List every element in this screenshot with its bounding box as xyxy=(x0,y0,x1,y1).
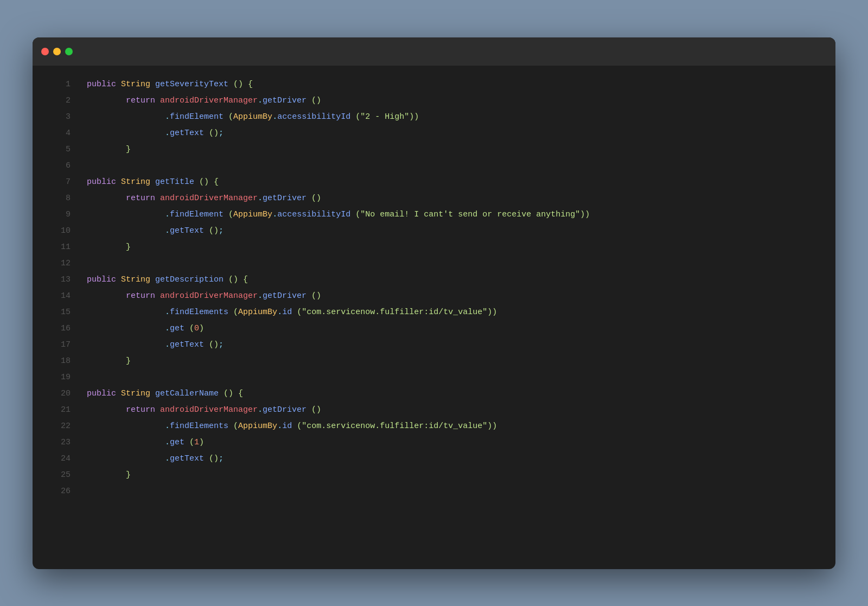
token-semi: ; xyxy=(219,454,224,463)
line-number: 10 xyxy=(43,223,71,239)
token-paren: ( xyxy=(355,112,360,122)
token-plain xyxy=(87,243,126,252)
token-plain xyxy=(204,454,209,463)
titlebar xyxy=(33,37,835,66)
token-paren: () xyxy=(209,226,219,235)
line-content: } xyxy=(87,353,131,369)
token-method: id xyxy=(282,422,292,431)
token-paren: () xyxy=(311,291,321,301)
token-plain xyxy=(204,340,209,349)
line-number: 6 xyxy=(43,158,71,174)
token-plain xyxy=(224,112,228,122)
code-line: 12 xyxy=(33,256,835,272)
token-method: getDriver xyxy=(263,194,307,203)
token-brace: { xyxy=(214,177,219,187)
line-number: 3 xyxy=(43,109,71,125)
token-dot: . xyxy=(165,210,170,219)
token-paren: ) xyxy=(199,438,204,447)
code-line: 21 return androidDriverManager.getDriver… xyxy=(33,402,835,418)
line-content: .findElements (AppiumBy.id ("com.service… xyxy=(87,418,497,435)
token-plain xyxy=(87,112,165,122)
line-content: .get (1) xyxy=(87,435,204,451)
token-num: 0 xyxy=(194,324,199,333)
line-number: 1 xyxy=(43,76,71,93)
line-content: .getText (); xyxy=(87,223,224,239)
token-dot: . xyxy=(165,340,170,349)
token-type: String xyxy=(121,80,155,89)
token-paren: )) xyxy=(487,422,497,431)
token-method: findElements xyxy=(170,422,228,431)
code-line: 24 .getText (); xyxy=(33,451,835,467)
token-paren: )) xyxy=(487,308,497,317)
token-brace: } xyxy=(126,243,131,252)
token-type: String xyxy=(121,275,155,284)
token-plain xyxy=(87,324,165,333)
line-content: public String getCallerName () { xyxy=(87,386,243,402)
code-line: 18 } xyxy=(33,353,835,369)
token-paren: ) xyxy=(199,324,204,333)
token-plain xyxy=(350,112,355,122)
token-plain xyxy=(224,275,228,284)
token-method: accessibilityId xyxy=(277,112,350,122)
token-paren: ( xyxy=(233,308,238,317)
token-plain xyxy=(87,308,165,317)
line-content: .getText (); xyxy=(87,337,224,353)
token-kw: return xyxy=(126,194,160,203)
token-kw: public xyxy=(87,177,121,187)
token-semi: ; xyxy=(219,340,224,349)
code-line: 14 return androidDriverManager.getDriver… xyxy=(33,288,835,304)
line-number: 5 xyxy=(43,142,71,158)
line-content: public String getSeverityText () { xyxy=(87,76,253,93)
token-string: "com.servicenow.fulfiller:id/tv_value" xyxy=(302,308,487,317)
token-method: getText xyxy=(170,129,204,138)
token-dot: . xyxy=(165,226,170,235)
code-line: 6 xyxy=(33,158,835,174)
token-paren: ( xyxy=(233,422,238,431)
token-fn: getCallerName xyxy=(155,389,219,398)
token-plain xyxy=(307,291,311,301)
token-plain xyxy=(87,356,126,366)
line-content: .get (0) xyxy=(87,321,204,337)
token-plain xyxy=(87,291,126,301)
line-number: 13 xyxy=(43,272,71,288)
line-content: public String getDescription () { xyxy=(87,272,248,288)
line-number: 20 xyxy=(43,386,71,402)
token-method: accessibilityId xyxy=(277,210,350,219)
code-line: 20public String getCallerName () { xyxy=(33,386,835,402)
code-line: 8 return androidDriverManager.getDriver … xyxy=(33,190,835,207)
token-plain xyxy=(228,308,233,317)
token-plain xyxy=(87,470,126,480)
minimize-button[interactable] xyxy=(53,48,61,55)
line-content: } xyxy=(87,239,131,256)
line-content: .getText (); xyxy=(87,451,224,467)
token-paren: () xyxy=(224,389,233,398)
token-string: "2 - High" xyxy=(360,112,409,122)
token-paren: () xyxy=(209,129,219,138)
token-brace: { xyxy=(238,389,243,398)
line-content: return androidDriverManager.getDriver () xyxy=(87,288,321,304)
code-line: 3 .findElement (AppiumBy.accessibilityId… xyxy=(33,109,835,125)
line-number: 4 xyxy=(43,125,71,142)
token-plain xyxy=(307,96,311,105)
line-number: 21 xyxy=(43,402,71,418)
token-dot: . xyxy=(165,308,170,317)
code-line: 25 } xyxy=(33,467,835,483)
line-content: } xyxy=(87,467,131,483)
token-dot: . xyxy=(277,422,282,431)
maximize-button[interactable] xyxy=(65,48,73,55)
token-paren: ( xyxy=(297,422,302,431)
token-paren: ( xyxy=(228,112,233,122)
token-dot: . xyxy=(165,438,170,447)
line-content: public String getTitle () { xyxy=(87,174,219,190)
token-plain xyxy=(87,96,126,105)
token-brace: { xyxy=(243,275,248,284)
code-line: 1public String getSeverityText () { xyxy=(33,76,835,93)
token-num: 1 xyxy=(194,438,199,447)
token-dot: . xyxy=(165,422,170,431)
token-obj: androidDriverManager xyxy=(160,194,258,203)
token-kw: public xyxy=(87,80,121,89)
token-brace: } xyxy=(126,145,131,154)
close-button[interactable] xyxy=(41,48,49,55)
line-number: 14 xyxy=(43,288,71,304)
token-plain xyxy=(292,422,297,431)
